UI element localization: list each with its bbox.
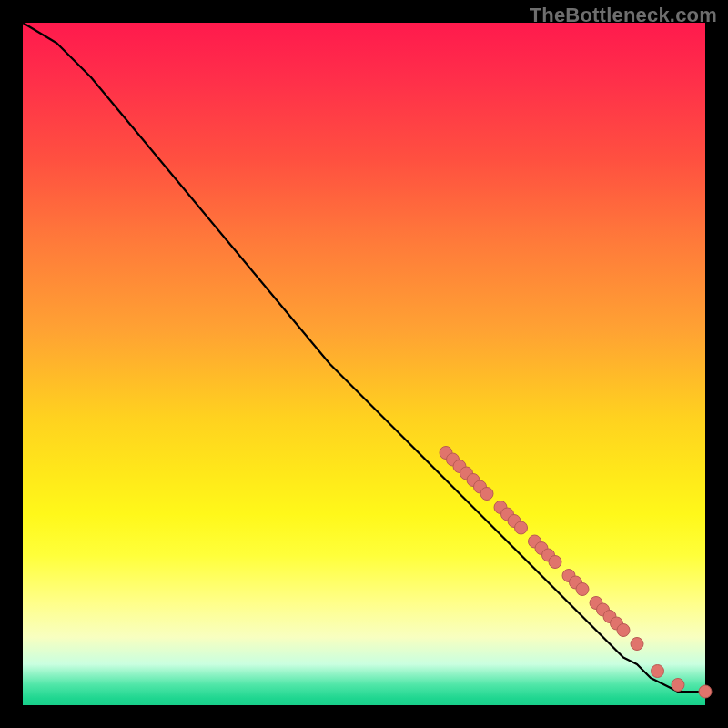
curve-line bbox=[23, 23, 705, 692]
marker-point bbox=[631, 638, 643, 651]
chart-svg bbox=[23, 23, 705, 705]
marker-point bbox=[549, 556, 561, 569]
marker-point bbox=[480, 488, 493, 500]
plot-area bbox=[23, 23, 705, 705]
chart-frame: TheBottleneck.com bbox=[0, 0, 728, 728]
scatter-markers bbox=[440, 447, 712, 699]
marker-point bbox=[699, 685, 712, 698]
marker-point bbox=[576, 583, 589, 596]
marker-point bbox=[617, 624, 630, 637]
marker-point bbox=[652, 665, 664, 678]
watermark-text: TheBottleneck.com bbox=[530, 4, 717, 27]
marker-point bbox=[672, 679, 684, 692]
marker-point bbox=[515, 521, 528, 534]
